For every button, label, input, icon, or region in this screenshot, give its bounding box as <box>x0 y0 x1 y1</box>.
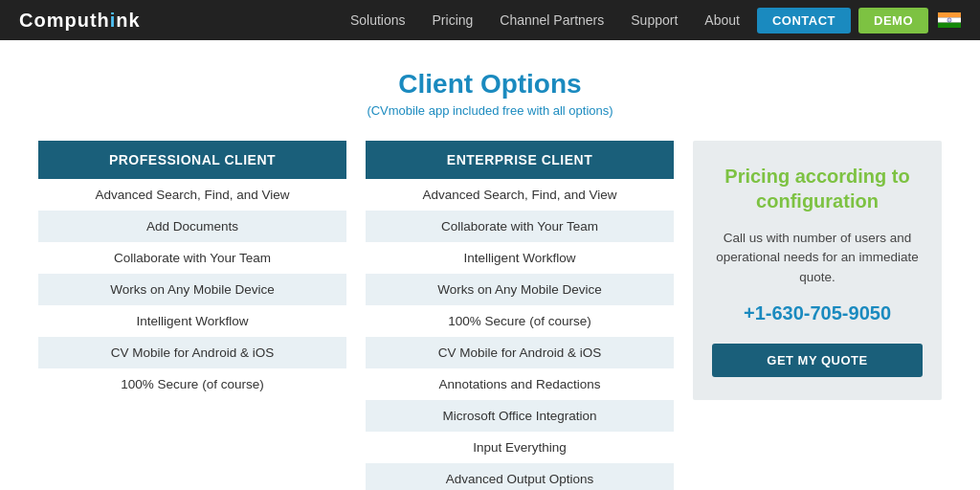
page-title: Client Options <box>38 69 942 100</box>
nav-support[interactable]: Support <box>631 12 678 28</box>
table-row: Advanced Search, Find, and View <box>366 179 674 211</box>
table-row: Advanced Output Options <box>366 463 674 490</box>
table-row: Collaborate with Your Team <box>38 242 346 274</box>
main-content: Client Options (CVmobile app included fr… <box>0 40 980 490</box>
pricing-phone: +1-630-705-9050 <box>712 302 923 324</box>
table-row: Collaborate with Your Team <box>366 211 674 242</box>
table-row: CV Mobile for Android & iOS <box>38 337 346 368</box>
logo-accent: i <box>110 10 117 31</box>
enterprise-client-header: ENTERPRISE CLIENT <box>366 141 674 179</box>
nav-channel-partners[interactable]: Channel Partners <box>500 12 604 28</box>
table-row: Intelligent Workflow <box>366 242 674 274</box>
table-row: Works on Any Mobile Device <box>366 274 674 305</box>
demo-button[interactable]: DEMO <box>858 8 928 33</box>
table-row: 100% Secure (of course) <box>366 305 674 337</box>
table-row: CV Mobile for Android & iOS <box>366 337 674 368</box>
svg-rect-0 <box>938 12 961 17</box>
nav-about[interactable]: About <box>704 12 740 28</box>
svg-point-4 <box>949 20 950 21</box>
get-quote-button[interactable]: GET MY QUOTE <box>712 344 923 377</box>
page-subtitle: (CVmobile app included free with all opt… <box>38 103 942 118</box>
table-row: Annotations and Redactions <box>366 368 674 400</box>
pricing-title: Pricing according to configuration <box>712 164 923 213</box>
table-row: Advanced Search, Find, and View <box>38 179 346 211</box>
table-row: Intelligent Workflow <box>38 305 346 337</box>
professional-client-header: PROFESSIONAL CLIENT <box>38 141 346 179</box>
nav-solutions[interactable]: Solutions <box>350 12 406 28</box>
navbar: Computhink Solutions Pricing Channel Par… <box>0 0 980 40</box>
table-row: Works on Any Mobile Device <box>38 274 346 305</box>
table-row: Add Documents <box>38 211 346 242</box>
nav-links: Solutions Pricing Channel Partners Suppo… <box>350 11 740 29</box>
contact-button[interactable]: CONTACT <box>757 8 851 33</box>
pricing-description: Call us with number of users and operati… <box>712 229 923 287</box>
svg-rect-2 <box>938 23 961 28</box>
table-row: Input Everything <box>366 432 674 463</box>
flag-icon <box>938 12 961 28</box>
logo: Computhink <box>19 10 141 32</box>
table-row: Microsoft Office Integration <box>366 400 674 432</box>
tables-row: PROFESSIONAL CLIENT Advanced Search, Fin… <box>38 141 942 490</box>
professional-client-table: PROFESSIONAL CLIENT Advanced Search, Fin… <box>38 141 346 400</box>
enterprise-client-table: ENTERPRISE CLIENT Advanced Search, Find,… <box>366 141 674 490</box>
table-row: 100% Secure (of course) <box>38 368 346 400</box>
pricing-box: Pricing according to configuration Call … <box>693 141 942 400</box>
nav-pricing[interactable]: Pricing <box>433 12 474 28</box>
